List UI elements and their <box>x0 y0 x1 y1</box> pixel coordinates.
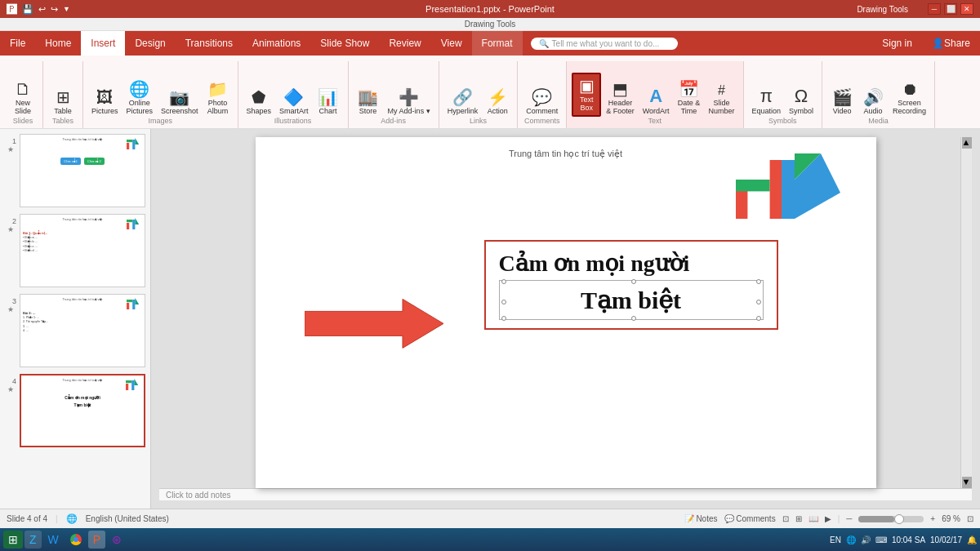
screen-recording-btn[interactable]: ⏺ ScreenRecording <box>889 79 929 117</box>
notes-bar[interactable]: Click to add notes <box>159 488 972 500</box>
slide-img-1[interactable]: Trung tâm tin học trí tuệ việt Chia sẻ 1… <box>20 134 145 207</box>
screenshot-btn[interactable]: 📷 Screenshot <box>158 87 202 117</box>
sign-in-btn[interactable]: Sign in <box>872 31 922 56</box>
online-pictures-btn[interactable]: 🌐 OnlinePictures <box>123 79 157 117</box>
svg-rect-13 <box>126 380 131 383</box>
word-icon: W <box>48 533 59 546</box>
slide-canvas[interactable]: Trung tâm tin học trí tuệ việt <box>256 137 876 488</box>
slide-img-2[interactable]: Trung tâm tin học trí tuệ việt Bài 1: Qu… <box>20 214 145 287</box>
chart-btn[interactable]: 📊 Chart <box>314 87 343 117</box>
textbox-btn[interactable]: ▣ TextBox <box>572 73 601 117</box>
restore-btn[interactable]: ⬜ <box>944 3 957 15</box>
pictures-btn[interactable]: 🖼 Pictures <box>88 87 122 117</box>
audio-btn[interactable]: 🔊 Audio <box>858 87 888 117</box>
view-normal-btn[interactable]: ⊡ <box>782 514 789 523</box>
my-addins-btn[interactable]: ➕ My Add-ins ▾ <box>385 87 434 117</box>
comment-btn[interactable]: 💬 Comment <box>523 87 561 117</box>
menu-animations[interactable]: Animations <box>243 31 310 56</box>
menu-slideshow[interactable]: Slide Show <box>310 31 379 56</box>
equation-btn[interactable]: π Equation <box>749 86 785 117</box>
view-slideshow-btn[interactable]: ▶ <box>825 514 831 523</box>
taskbar-extra[interactable]: ⊛ <box>107 531 127 549</box>
outer-text-border: Cảm ơn mọi người <box>484 240 778 330</box>
store-btn[interactable]: 🏬 Store <box>354 87 383 117</box>
ribbon: 🗋 NewSlide Slides ⊞ Table Tables 🖼 Pictu… <box>0 56 980 129</box>
view-slide-sorter-btn[interactable]: ⊞ <box>795 514 802 523</box>
save-icon[interactable]: 💾 <box>22 4 33 15</box>
taskbar-chrome[interactable] <box>65 531 87 549</box>
close-btn[interactable]: ✕ <box>960 3 973 15</box>
shapes-btn[interactable]: ⬟ Shapes <box>243 87 275 117</box>
customize-icon[interactable]: ▼ <box>63 5 70 13</box>
textbox-icon: ▣ <box>579 78 595 94</box>
minimize-btn[interactable]: ─ <box>928 3 941 15</box>
fit-slide-btn[interactable]: ⊡ <box>967 514 973 523</box>
taskbar-word[interactable]: W <box>43 531 64 549</box>
notes-btn[interactable]: 📝 Notes <box>684 514 718 523</box>
svg-rect-5 <box>127 220 132 222</box>
svg-rect-1 <box>127 140 132 142</box>
comments-btn[interactable]: 💬 Comments <box>724 514 776 523</box>
smartart-btn[interactable]: 🔷 SmartArt <box>276 87 312 117</box>
main-area: 1 ★ Trung tâm tin học trí tuệ việt <box>0 129 980 509</box>
slide-thumb-3[interactable]: 3 ★ Trung tâm tin học trí tuệ việt <box>3 292 147 369</box>
redo-icon[interactable]: ↪ <box>51 4 58 15</box>
menu-home[interactable]: Home <box>35 31 81 56</box>
zoom-in-btn[interactable]: + <box>930 514 935 523</box>
svg-rect-18 <box>769 160 781 219</box>
scroll-down-arrow[interactable]: ▼ <box>962 477 972 488</box>
ribbon-group-media: 🎬 Video 🔊 Audio ⏺ ScreenRecording Media <box>822 61 935 128</box>
taskbar-powerpoint[interactable]: P <box>88 531 105 549</box>
svg-marker-15 <box>134 379 138 385</box>
view-reading-btn[interactable]: 📖 <box>808 514 818 523</box>
ribbon-group-images: 🖼 Pictures 🌐 OnlinePictures 📷 Screenshot… <box>83 61 238 128</box>
window-controls: Drawing Tools ─ ⬜ ✕ <box>857 3 973 15</box>
notifications-icon[interactable]: 🔔 <box>967 535 977 544</box>
vertical-scrollbar[interactable]: ▲ ▼ <box>960 137 972 488</box>
svg-marker-19 <box>782 160 795 219</box>
title-bar: 🅿 💾 ↩ ↪ ▼ Presentation1.pptx - PowerPoin… <box>0 0 980 18</box>
header-footer-btn[interactable]: ⬒ Header& Footer <box>603 79 638 117</box>
start-btn[interactable]: ⊞ <box>3 531 23 549</box>
menu-format[interactable]: Format <box>472 31 523 56</box>
photo-album-icon: 📁 <box>207 81 228 97</box>
menu-insert[interactable]: Insert <box>81 31 125 56</box>
drawing-tools-text: Drawing Tools <box>465 20 516 29</box>
search-input-container[interactable]: 🔍 Tell me what you want to do... <box>531 38 678 50</box>
hyperlink-icon: 🔗 <box>452 89 473 105</box>
slide-thumb-2[interactable]: 2 ★ Trung tâm tin học trí tuệ việt <box>3 212 147 289</box>
share-icon: 👤 <box>932 38 944 49</box>
search-placeholder: Tell me what you want to do... <box>552 39 660 48</box>
video-icon: 🎬 <box>832 89 853 105</box>
slide-thumb-1[interactable]: 1 ★ Trung tâm tin học trí tuệ việt <box>3 132 147 209</box>
zoom-out-btn[interactable]: ─ <box>846 514 852 523</box>
new-slide-btn[interactable]: 🗋 NewSlide <box>8 79 38 117</box>
menu-review[interactable]: Review <box>379 31 430 56</box>
undo-icon[interactable]: ↩ <box>38 4 46 15</box>
menu-file[interactable]: File <box>0 31 35 56</box>
menu-view[interactable]: View <box>431 31 472 56</box>
menu-transitions[interactable]: Transitions <box>176 31 243 56</box>
windows-icon: ⊞ <box>8 533 18 546</box>
slide-number-btn[interactable]: # SlideNumber <box>706 82 738 117</box>
shapes-icon: ⬟ <box>252 89 265 105</box>
slide-img-4[interactable]: Trung tâm tin học trí tuệ việt Cảm ơn mọ… <box>20 374 145 447</box>
symbol-btn[interactable]: Ω Symbol <box>786 86 817 117</box>
wordart-btn[interactable]: A WordArt <box>639 86 673 117</box>
video-btn[interactable]: 🎬 Video <box>827 87 857 117</box>
zoom-slider[interactable] <box>858 516 924 522</box>
scroll-up-arrow[interactable]: ▲ <box>962 137 972 149</box>
slide-img-3[interactable]: Trung tâm tin học trí tuệ việt Bài 2: ..… <box>20 294 145 367</box>
inner-textbox[interactable]: Tạm biệt <box>499 280 764 320</box>
share-btn[interactable]: 👤 Share <box>922 31 980 56</box>
action-btn[interactable]: ⚡ Action <box>483 87 512 117</box>
menu-design[interactable]: Design <box>125 31 175 56</box>
table-btn[interactable]: ⊞ Table <box>48 87 78 117</box>
main-text-1: Cảm ơn mọi người <box>499 250 764 277</box>
status-bar: Slide 4 of 4 | 🌐 English (United States)… <box>0 509 980 528</box>
photo-album-btn[interactable]: 📁 PhotoAlbum <box>203 79 233 117</box>
date-time-btn[interactable]: 📅 Date &Time <box>675 79 704 117</box>
slide-thumb-4[interactable]: 4 ★ Trung tâm tin học trí tuệ việt <box>3 372 147 449</box>
hyperlink-btn[interactable]: 🔗 Hyperlink <box>444 87 482 117</box>
taskbar-zalo[interactable]: Z <box>24 531 42 549</box>
